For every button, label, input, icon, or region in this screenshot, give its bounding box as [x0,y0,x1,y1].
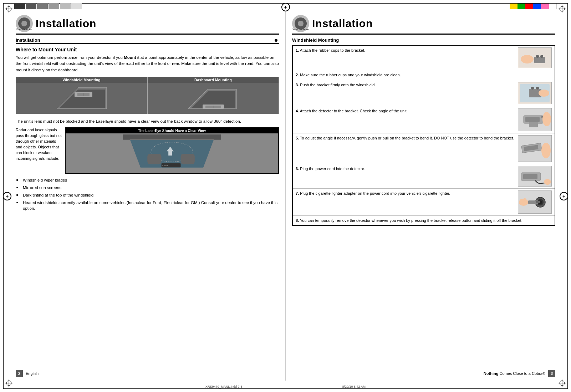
svg-rect-34 [522,56,525,62]
windshield-mount-label: Windshield Mounting [16,77,147,83]
step-7-text: 7. Plug the cigarette lighter adapter on… [296,190,518,197]
left-page-title: Installation [36,17,96,30]
svg-rect-36 [529,56,531,61]
svg-rect-57 [523,174,537,179]
right-page-num-box: 3 [548,370,555,377]
bullet-3: Dark tinting at the top of the windshiel… [16,192,279,198]
right-page: Your Detector Installation Windshield Mo… [286,11,560,381]
step-4: 4. Attach the detector to the bracket. C… [293,106,555,133]
laser-intro-text: The unit's lens must not be blocked and … [16,118,279,124]
svg-point-42 [539,90,549,97]
svg-rect-40 [531,87,534,90]
left-detector-label: Your Detector [16,28,32,31]
left-page-header: Your Detector Installation [16,15,279,35]
right-page-title: Installation [312,17,373,30]
step3-svg [518,82,551,104]
svg-rect-22 [123,134,221,140]
right-detector-label: Your Detector [292,28,309,31]
svg-rect-25 [181,154,195,164]
car-interior-svg: Cobra [66,134,278,173]
svg-rect-66 [520,199,523,203]
step-1-text: 1. Attach the rubber cups to the bracket… [296,47,518,54]
right-detector-icon: Your Detector [292,15,309,32]
left-page-num-box: 2 [16,370,23,377]
svg-rect-54 [544,143,546,148]
dashboard-svg [181,84,245,112]
svg-rect-64 [536,201,540,203]
right-page-footer: Nothing Comes Close to a Cobra® 3 [484,370,555,377]
svg-rect-35 [525,56,528,61]
left-subsection-title: Where to Mount Your Unit [16,47,279,52]
left-section-title-text: Installation [16,37,40,43]
svg-rect-31 [536,55,539,58]
step-4-image [518,108,552,131]
left-page: Your Detector Installation Installation … [11,11,286,381]
step-1-image [518,47,552,68]
right-page-header: Your Detector Installation [292,15,555,35]
bottom-file-info: XRS9470_MANL.indd 2-3 8/20/10 8:42 AM [205,385,366,388]
svg-rect-45 [525,117,540,122]
dashboard-mount-section: Dashboard Mounting [148,77,279,114]
step1-svg [518,48,551,68]
svg-rect-30 [534,57,545,63]
left-page-footer: 2 English [16,370,39,377]
step-6-image [518,166,552,187]
step7-svg [518,191,551,213]
step-3-image [518,82,552,104]
left-section-title: Installation [16,37,279,44]
step-5-text: 5. To adjust the angle if necessary, gen… [296,135,518,141]
step-4-text: 4. Attach the detector to the bracket. C… [296,108,518,114]
windshield-illustration [16,83,147,114]
step-8: 8. You can temporarily remove the detect… [293,216,555,225]
bullet-2: Mirrored sun screens [16,185,279,190]
svg-rect-24 [147,154,161,164]
steps-container: 1. Attach the rubber cups to the bracket… [292,45,555,226]
right-footer-prefix: Nothing Comes Close to a Cobra® [484,371,545,376]
step-3: 3. Push the bracket firmly onto the wind… [293,80,555,106]
dashboard-illustration [148,83,279,114]
step-5-image [518,135,552,162]
laser-eye-title: The LaserEye Should Have a Clear View [66,128,278,133]
laser-eye-diagram: The LaserEye Should Have a Clear View Co… [65,127,279,174]
svg-rect-32 [540,55,543,58]
step-7: 7. Plug the cigarette lighter adapter on… [293,189,555,216]
svg-rect-47 [529,122,538,127]
left-footer-label: English [26,371,39,376]
step-6: 6. Plug the power cord into the detector… [293,164,555,189]
step-3-text: 3. Push the bracket firmly onto the wind… [296,82,518,88]
step-6-text: 6. Plug the power cord into the detector… [296,166,518,172]
radar-sidebar-text: Radar and laser signals pass through gla… [16,127,62,174]
bottom-info-right: 8/20/10 8:42 AM [342,385,366,388]
step5-svg [518,136,551,162]
windshield-svg [50,84,114,112]
step-7-image [518,190,552,214]
step-1: 1. Attach the rubber cups to the bracket… [293,46,555,70]
laser-eye-block: Radar and laser signals pass through gla… [16,127,279,174]
bottom-info-left: XRS9470_MANL.indd 2-3 [205,385,243,388]
mounting-diagram: Windshield Mounting [16,77,279,114]
step-5: 5. To adjust the angle if necessary, gen… [293,133,555,164]
signal-blockers-list: Windshield wiper blades Mirrored sun scr… [16,177,279,211]
right-section-title: Windshield Mounting [292,37,555,43]
bullet-4: Heated windshields currently available o… [16,200,279,211]
step6-svg [518,166,551,186]
svg-point-58 [544,179,551,185]
svg-rect-41 [536,87,539,90]
left-detector-icon: Your Detector [16,15,33,32]
bullet-1: Windshield wiper blades [16,177,279,183]
svg-rect-49 [545,112,547,117]
section-dot [275,39,277,42]
step-2: 2. Make sure the rubber cups and your wi… [293,70,555,80]
windshield-mount-section: Windshield Mounting [16,77,147,114]
svg-text:Cobra: Cobra [162,164,168,167]
left-body-text: You will get optimum performance from yo… [16,55,279,73]
svg-rect-67 [524,198,526,202]
step4-svg [518,108,551,131]
gray-top-blocks [14,3,82,9]
dashboard-mount-label: Dashboard Mounting [148,77,279,83]
